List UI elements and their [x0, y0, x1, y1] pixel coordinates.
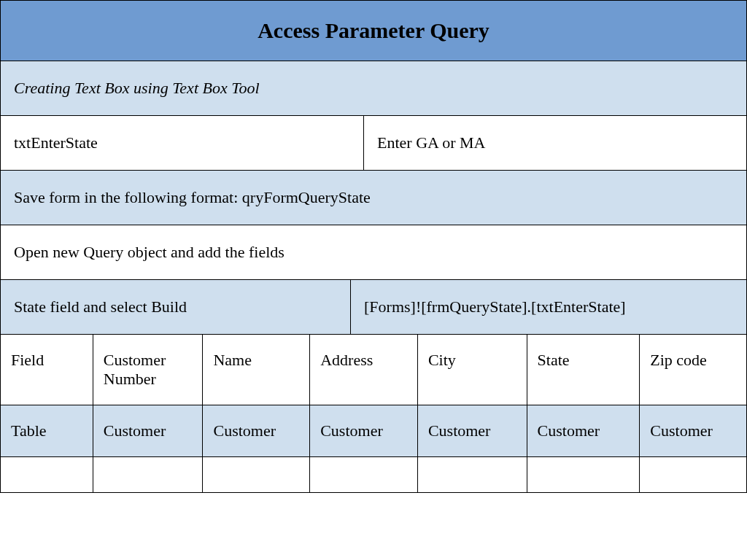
- title-row: Access Parameter Query: [1, 1, 746, 61]
- grid-cell: [310, 457, 418, 492]
- grid-cell: City: [418, 335, 527, 405]
- grid-cell: Customer: [310, 405, 418, 456]
- document-title: Access Parameter Query: [1, 1, 746, 61]
- textbox-prompt-cell: Enter GA or MA: [364, 116, 746, 170]
- document-table: Access Parameter Query Creating Text Box…: [0, 0, 747, 493]
- grid-stub-row: [1, 457, 746, 493]
- save-instruction-text: Save form in the following format: qryFo…: [1, 171, 746, 225]
- build-label-cell: State field and select Build: [1, 280, 351, 334]
- open-instruction-row: Open new Query object and add the fields: [1, 225, 746, 280]
- grid-cell: Name: [203, 335, 310, 405]
- subtitle-text: Creating Text Box using Text Box Tool: [1, 61, 746, 115]
- open-instruction-text: Open new Query object and add the fields: [1, 225, 746, 279]
- grid-cell: [640, 457, 746, 492]
- grid-cell: Customer: [640, 405, 746, 456]
- textbox-name-cell: txtEnterState: [1, 116, 364, 170]
- grid-cell: [93, 457, 204, 492]
- grid-cell: [1, 457, 93, 492]
- grid-cell: Customer: [203, 405, 310, 456]
- grid-cell: Table: [1, 405, 93, 456]
- grid-cell: [418, 457, 527, 492]
- grid-cell: Customer: [93, 405, 204, 456]
- grid-table-row: Table Customer Customer Customer Custome…: [1, 405, 746, 457]
- subtitle-row: Creating Text Box using Text Box Tool: [1, 61, 746, 116]
- grid-cell: [203, 457, 310, 492]
- grid-field-row: Field Customer Number Name Address City …: [1, 335, 746, 405]
- grid-cell: Address: [310, 335, 418, 405]
- build-expression-cell: [Forms]![frmQueryState].[txtEnterState]: [351, 280, 746, 334]
- grid-cell: [527, 457, 640, 492]
- build-row: State field and select Build [Forms]![fr…: [1, 280, 746, 335]
- grid-cell: State: [527, 335, 640, 405]
- grid-cell: Customer: [527, 405, 640, 456]
- grid-cell: Field: [1, 335, 93, 405]
- grid-cell: Zip code: [640, 335, 746, 405]
- save-instruction-row: Save form in the following format: qryFo…: [1, 171, 746, 225]
- grid-cell: Customer Number: [93, 335, 204, 405]
- grid-cell: Customer: [418, 405, 527, 456]
- textbox-definition-row: txtEnterState Enter GA or MA: [1, 116, 746, 171]
